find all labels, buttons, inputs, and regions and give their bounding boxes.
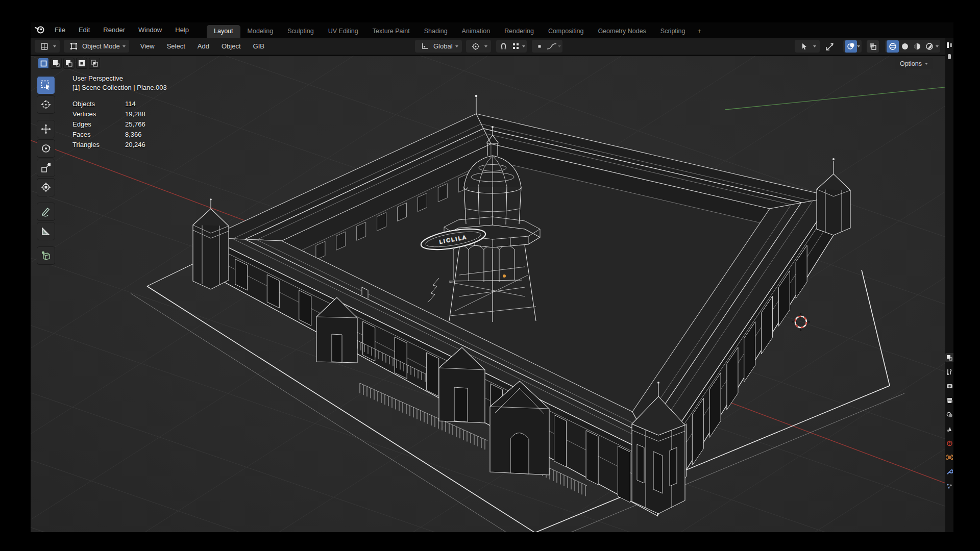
viewport-header: Object Mode View Select Add Object GIB G… [31, 38, 945, 55]
stat-triangles: Triangles20,246 [72, 140, 167, 150]
active-collection-label: [1] Scene Collection | Plane.003 [72, 83, 167, 92]
options-label: Options [900, 60, 922, 67]
toolbar [37, 76, 56, 265]
tab-layout[interactable]: Layout [207, 25, 240, 38]
properties-tab-modifiers[interactable] [945, 467, 953, 477]
viewport-scene: LICLILA [31, 56, 945, 532]
tool-scale[interactable] [37, 159, 55, 177]
properties-tab-scene[interactable] [945, 424, 953, 434]
chevron-down-icon[interactable] [522, 45, 525, 47]
pivot-point-dropdown[interactable] [466, 40, 491, 53]
options-dropdown[interactable]: Options [895, 58, 933, 69]
menu-render[interactable]: Render [96, 24, 132, 36]
blender-logo-icon[interactable] [31, 26, 48, 35]
tab-rendering[interactable]: Rendering [497, 25, 541, 38]
menu-edit[interactable]: Edit [72, 24, 96, 36]
chevron-down-icon [813, 45, 816, 47]
stat-edges: Edges25,766 [72, 119, 167, 130]
properties-tab-render[interactable] [945, 382, 953, 391]
workspace-tabs: Layout Modeling Sculpting UV Editing Tex… [207, 22, 706, 38]
selected-origin-dot [503, 274, 506, 278]
scene-statistics: Objects114 Vertices19,288 Edges25,766 Fa… [72, 99, 167, 150]
properties-tab-active-tool[interactable] [945, 353, 953, 362]
proportional-editing-icon[interactable] [533, 40, 546, 53]
add-workspace-button[interactable]: + [693, 25, 706, 38]
mode-dropdown[interactable]: Object Mode [64, 40, 129, 53]
overlays-icon[interactable] [845, 40, 857, 53]
menu-object[interactable]: Object [215, 40, 247, 53]
menu-view[interactable]: View [134, 40, 161, 53]
tab-sculpting[interactable]: Sculpting [280, 25, 321, 38]
select-mode-intersect-icon[interactable] [89, 58, 100, 69]
outliner-icon[interactable] [946, 42, 953, 49]
properties-tab-object[interactable] [945, 453, 953, 462]
tab-shading[interactable]: Shading [417, 25, 455, 38]
menu-help[interactable]: Help [168, 24, 195, 36]
menu-select[interactable]: Select [161, 40, 191, 53]
tool-transform[interactable] [37, 178, 55, 196]
falloff-curve-icon[interactable] [546, 40, 558, 53]
menu-add[interactable]: Add [191, 40, 215, 53]
chevron-down-icon[interactable] [558, 45, 561, 47]
properties-tabs [945, 353, 953, 491]
transform-snap-cluster: Global [411, 40, 562, 53]
tool-select-box[interactable] [37, 76, 55, 94]
tool-rotate[interactable] [37, 139, 55, 158]
select-mode-invert-icon[interactable] [76, 58, 87, 69]
stat-objects: Objects114 [72, 99, 167, 109]
viewport-stats-overlay: User Perspective [1] Scene Collection | … [72, 74, 167, 150]
proportional-edit-cluster [532, 40, 562, 53]
properties-tab-tool[interactable] [945, 367, 953, 377]
topbar: File Edit Render Window Help Layout Mode… [31, 22, 953, 38]
properties-tab-output[interactable] [945, 396, 953, 405]
stat-faces: Faces8,366 [72, 130, 167, 140]
shading-rendered-icon[interactable] [923, 40, 936, 53]
chevron-down-icon [484, 45, 487, 47]
tab-modeling[interactable]: Modeling [240, 25, 281, 38]
tool-measure[interactable] [37, 222, 55, 240]
chevron-down-icon[interactable] [857, 45, 860, 47]
tab-geometry-nodes[interactable]: Geometry Nodes [591, 25, 653, 38]
properties-tab-physics[interactable] [945, 482, 953, 491]
select-mode-subtract-icon[interactable] [63, 58, 75, 69]
3d-viewport[interactable]: LICLILA [31, 56, 945, 532]
shading-material-icon[interactable] [911, 40, 923, 53]
tab-compositing[interactable]: Compositing [541, 25, 591, 38]
shading-wireframe-icon[interactable] [887, 40, 899, 53]
snap-with-icon[interactable] [510, 40, 522, 53]
chevron-down-icon [925, 63, 928, 65]
tab-uv-editing[interactable]: UV Editing [321, 25, 365, 38]
menu-file[interactable]: File [48, 24, 72, 36]
select-mode-set-icon[interactable] [38, 58, 49, 69]
3d-viewport-editor-icon [38, 40, 51, 53]
tab-texture-paint[interactable]: Texture Paint [365, 25, 417, 38]
tool-move[interactable] [37, 120, 55, 138]
outliner-edge-icons [946, 42, 953, 60]
select-visibility-dropdown[interactable] [795, 40, 820, 53]
select-mode-extend-icon[interactable] [51, 58, 62, 69]
properties-tab-view-layer[interactable] [945, 410, 953, 419]
snap-magnet-icon[interactable] [498, 40, 510, 53]
gizmos-icon[interactable] [824, 40, 836, 53]
tool-annotate[interactable] [37, 203, 55, 221]
y-axis-line [725, 86, 945, 110]
shading-solid-icon[interactable] [899, 40, 911, 53]
tab-scripting[interactable]: Scripting [653, 25, 693, 38]
menu-window[interactable]: Window [132, 24, 168, 36]
tool-add-cube[interactable] [37, 246, 55, 265]
tool-cursor[interactable] [37, 95, 55, 114]
properties-tab-world[interactable] [945, 439, 953, 448]
chevron-down-icon [53, 45, 56, 47]
screenshot-stage: File Edit Render Window Help Layout Mode… [0, 0, 980, 551]
orientation-icon [419, 40, 431, 53]
filter-icon[interactable] [946, 53, 953, 60]
orientation-dropdown[interactable]: Global [415, 40, 462, 53]
chevron-down-icon[interactable] [936, 45, 939, 47]
shading-modes [885, 40, 940, 53]
xray-toggle-icon[interactable] [867, 40, 879, 53]
orientation-label: Global [433, 42, 453, 50]
mode-label: Object Mode [82, 42, 120, 50]
menu-gib[interactable]: GIB [247, 40, 271, 53]
tab-animation[interactable]: Animation [455, 25, 498, 38]
editor-type-dropdown[interactable] [35, 40, 60, 53]
